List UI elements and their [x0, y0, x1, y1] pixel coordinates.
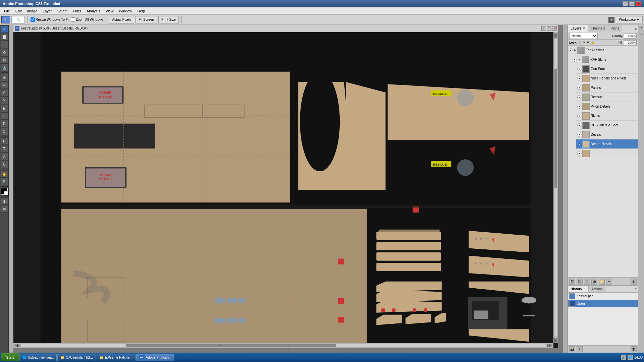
- layer-visibility-nose-panels[interactable]: ●: [577, 76, 581, 80]
- menu-window[interactable]: Window: [116, 8, 135, 14]
- history-delete-btn[interactable]: 🗑: [631, 346, 637, 352]
- lock-position-btn[interactable]: ✥: [587, 41, 589, 44]
- print-size-btn[interactable]: Print Size: [158, 16, 179, 23]
- layer-visibility-decals[interactable]: ●: [577, 133, 581, 137]
- gradient-tool[interactable]: G: [1, 112, 8, 120]
- layer-rcs-ducts[interactable]: ● RCS Ducts & Soot: [576, 121, 638, 130]
- history-item-kestrel[interactable]: Kestrel.psd: [568, 293, 638, 300]
- v-scroll-thumb[interactable]: [554, 69, 557, 188]
- zoom-field-btn[interactable]: 🔍: [11, 16, 25, 23]
- tab-layers[interactable]: Layers ✕: [568, 25, 588, 32]
- layer-gun-soot[interactable]: ● Gun Soot: [576, 64, 638, 74]
- layer-visibility-extra[interactable]: ●: [577, 152, 581, 156]
- zoom-tool-btn[interactable]: 🔍: [1, 16, 10, 23]
- menu-layer[interactable]: Layer: [40, 8, 55, 14]
- layer-delete-btn[interactable]: 🗑: [631, 279, 637, 285]
- taskbar-item-photoshop[interactable]: Ps Adobe Photosh...: [136, 354, 175, 361]
- menu-filter[interactable]: Filter: [70, 8, 84, 14]
- brush-tool[interactable]: ✏: [1, 81, 8, 89]
- zoom-tool[interactable]: 🔍: [1, 178, 8, 185]
- panel-options-btn[interactable]: ≡: [633, 25, 638, 32]
- layers-list[interactable]: ● ▶ For All Skins ● ▼ RAF Skins ● Gun So…: [568, 46, 638, 277]
- workspace-btn[interactable]: Workspace ▼: [616, 16, 643, 23]
- tab-channels[interactable]: Channels: [588, 25, 608, 32]
- layer-pylon-details[interactable]: ● Pylon Details: [576, 102, 638, 111]
- taskbar-item-upload[interactable]: 🌐 Upload new ver...: [19, 354, 57, 361]
- pen-tool[interactable]: P: [1, 137, 8, 145]
- canvas-area[interactable]: Ps Kestrel.psd @ 50% (Desert Decals, RGB…: [13, 25, 563, 353]
- scroll-down-btn[interactable]: ▼: [554, 338, 557, 343]
- layer-adjustment-btn[interactable]: ◑: [591, 279, 597, 285]
- canvas-v-scrollbar[interactable]: ▲ ▼: [553, 32, 558, 343]
- rectangular-marquee-tool[interactable]: ⬜: [1, 33, 8, 41]
- zoom-all-label[interactable]: Zoom All Windows: [71, 17, 103, 22]
- layer-rivets[interactable]: ● Rivets: [576, 111, 638, 121]
- menu-file[interactable]: File: [1, 8, 13, 14]
- opacity-input[interactable]: [624, 33, 637, 39]
- layer-expand-raf-skins[interactable]: ▼: [578, 58, 581, 61]
- menu-select[interactable]: Select: [55, 8, 70, 14]
- layer-link-btn[interactable]: ⛓: [569, 279, 575, 285]
- eyedropper-tool[interactable]: 🔬: [1, 64, 8, 71]
- resize-windows-label[interactable]: Resize Windows To Fit: [31, 17, 69, 22]
- layer-mask-btn[interactable]: ◻: [584, 279, 590, 285]
- doc-maximize-btn[interactable]: □: [547, 26, 551, 31]
- move-tool[interactable]: ↖: [1, 25, 8, 33]
- eraser-tool[interactable]: E: [1, 105, 8, 112]
- close-button[interactable]: ✕: [636, 1, 641, 6]
- history-options-btn[interactable]: ≡: [633, 286, 638, 292]
- layer-panels[interactable]: ● Panels: [576, 83, 638, 93]
- taskbar-item-explorer1[interactable]: 📁 C:\Users\IanH\S...: [57, 354, 96, 361]
- clone-stamp-tool[interactable]: S: [1, 89, 8, 97]
- menu-help[interactable]: Help: [135, 8, 148, 14]
- layer-new-btn[interactable]: +: [606, 279, 612, 285]
- resize-windows-checkbox[interactable]: [31, 17, 35, 22]
- layer-style-btn[interactable]: fx: [577, 279, 583, 285]
- layer-visibility-raf-skins[interactable]: ●: [573, 58, 577, 62]
- layer-desert-decals[interactable]: ● Desert Decals: [576, 139, 638, 149]
- panel-toggle-btn[interactable]: ◀: [640, 26, 642, 29]
- layer-visibility-rcs-ducts[interactable]: ●: [577, 123, 581, 127]
- layer-rescue[interactable]: ● Rescue: [576, 93, 638, 102]
- healing-brush-tool[interactable]: ⊕: [1, 74, 8, 81]
- layer-visibility-gun-soot[interactable]: ●: [577, 67, 581, 71]
- canvas-h-scrollbar[interactable]: ◄ ► ◈: [13, 343, 553, 348]
- h-scroll-thumb[interactable]: [126, 344, 336, 347]
- background-color-swatch[interactable]: [4, 191, 9, 196]
- foreground-color-swatch[interactable]: [1, 188, 8, 195]
- screen-mode-btn[interactable]: ⊞: [1, 205, 8, 213]
- lasso-tool[interactable]: ⌒: [1, 41, 8, 48]
- fill-input[interactable]: [624, 40, 637, 45]
- history-new-doc-btn[interactable]: +: [577, 346, 583, 352]
- layer-extra[interactable]: ●: [576, 149, 638, 158]
- tab-history[interactable]: History ✕: [568, 286, 589, 292]
- shape-tool[interactable]: U: [1, 161, 8, 168]
- layer-visibility-rescue[interactable]: ●: [577, 95, 581, 99]
- menu-edit[interactable]: Edit: [13, 8, 24, 14]
- history-snapshot-btn[interactable]: 📸: [569, 346, 575, 352]
- tab-paths[interactable]: Paths: [608, 25, 623, 32]
- layer-nose-panels[interactable]: ● Nose Panels and Rivets: [576, 74, 638, 83]
- layer-group-btn[interactable]: 📁: [599, 279, 605, 285]
- menu-image[interactable]: Image: [24, 8, 40, 14]
- dodge-tool[interactable]: O: [1, 128, 8, 135]
- taskbar-item-explorer2[interactable]: 📁 E:\Game Patche...: [97, 354, 136, 361]
- blur-tool[interactable]: R: [1, 120, 8, 127]
- actual-pixels-btn[interactable]: Actual Pixels: [109, 16, 134, 23]
- minimize-button[interactable]: −: [623, 1, 628, 6]
- text-tool[interactable]: T: [1, 145, 8, 153]
- doc-close-btn[interactable]: ✕: [552, 26, 557, 31]
- canvas-content[interactable]: DANGER JET INTAKE DANGER JET INTAKE: [13, 32, 558, 348]
- layer-visibility-panels[interactable]: ●: [577, 86, 581, 90]
- layer-visibility-rivets[interactable]: ●: [577, 114, 581, 118]
- zoom-all-checkbox[interactable]: [71, 17, 75, 22]
- menu-view[interactable]: View: [103, 8, 116, 14]
- layer-visibility-desert-decals[interactable]: ●: [577, 142, 581, 146]
- fit-screen-btn[interactable]: Fit Screen: [136, 16, 157, 23]
- menu-analysis[interactable]: Analysis: [84, 8, 103, 14]
- layer-expand-for-all-skins[interactable]: ▶: [574, 49, 576, 52]
- tab-layers-close[interactable]: ✕: [583, 27, 585, 30]
- scroll-up-btn[interactable]: ▲: [554, 33, 557, 38]
- scroll-left-btn[interactable]: ◄: [15, 344, 19, 347]
- start-button[interactable]: Start: [1, 353, 19, 361]
